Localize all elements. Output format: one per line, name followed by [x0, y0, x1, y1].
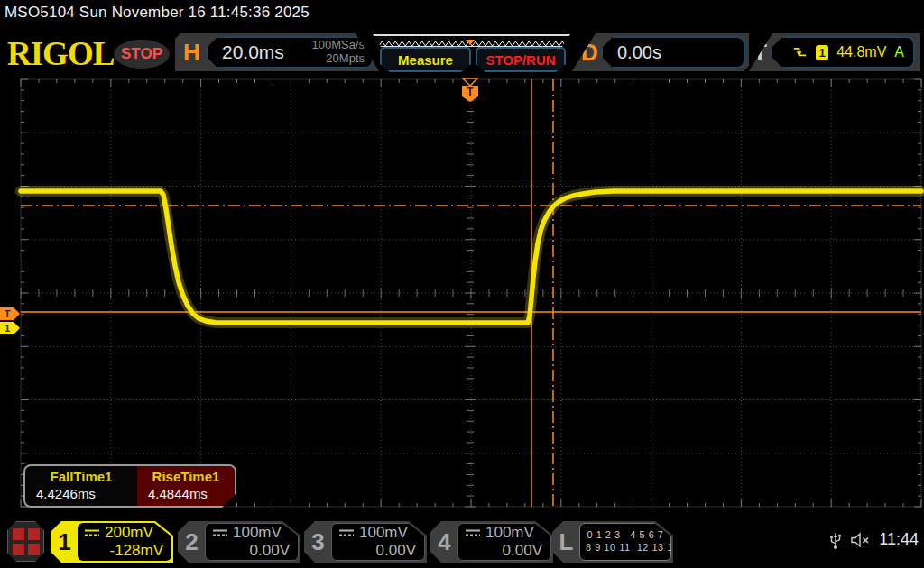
svg-text:T: T	[467, 86, 474, 98]
measurement-value: 4.4844ms	[137, 486, 235, 501]
stop-run-button[interactable]: STOP/RUN	[476, 47, 566, 72]
channel-scale: 100mV	[359, 524, 408, 542]
channel-offset: 0.00V	[465, 542, 542, 560]
measurement-risetime[interactable]: RiseTime1 4.4844ms	[137, 466, 235, 506]
logic-analyzer-label: L	[552, 521, 580, 563]
dc-coupling-icon	[84, 528, 100, 537]
measurement-falltime[interactable]: FallTime1 4.4246ms	[25, 466, 137, 506]
channel-4-badge[interactable]: 4 100mV 0.00V	[430, 521, 553, 563]
dc-coupling-icon	[465, 528, 481, 537]
channel-1-badge[interactable]: 1 200mV -128mV	[51, 521, 173, 563]
channel-scale: 100mV	[485, 524, 534, 542]
channel-number: 3	[304, 521, 332, 563]
channel-number: 2	[178, 521, 206, 563]
clock: 11:44	[879, 530, 919, 549]
oscilloscope-screen: TT1 MSO5104 Sun November 16 11:45:36 202…	[0, 0, 924, 568]
channel-3-badge[interactable]: 3 100mV 0.00V	[304, 521, 427, 563]
usb-icon	[829, 529, 842, 550]
rigol-logo: RIGOL	[7, 34, 114, 73]
model-and-datetime: MSO5104 Sun November 16 11:45:36 2025	[5, 4, 310, 22]
digital-channels-0-7: 0 1 2 3 4 5 6 7	[586, 529, 665, 542]
acquisition-state-badge: STOP	[114, 40, 170, 69]
delay-box[interactable]: 0.00s	[601, 36, 745, 69]
measure-button[interactable]: Measure	[380, 47, 471, 72]
horizontal-settings-group[interactable]: H 20.0ms 100MSa/s 20Mpts	[175, 33, 379, 71]
timebase-box[interactable]: 20.0ms 100MSa/s 20Mpts	[206, 36, 374, 69]
horizontal-label: H	[183, 39, 200, 67]
delay-value: 0.00s	[617, 42, 661, 63]
trigger-box[interactable]: 1 44.8mV A	[771, 36, 915, 69]
sample-rate: 100MSa/s	[311, 38, 365, 51]
trigger-level: 44.8mV	[836, 44, 886, 60]
memory-depth: 20Mpts	[326, 51, 365, 65]
channel-scale: 200mV	[105, 524, 153, 542]
channel-scale: 100mV	[233, 524, 282, 542]
speaker-muted-icon	[850, 532, 871, 548]
svg-text:1: 1	[5, 323, 10, 334]
trigger-settings-group[interactable]: T 1 44.8mV A	[749, 33, 920, 71]
falling-edge-icon	[792, 45, 808, 60]
timebase-value: 20.0ms	[222, 41, 284, 63]
apps-grid-icon[interactable]	[7, 521, 44, 562]
delay-settings-group[interactable]: D 0.00s	[572, 33, 749, 71]
channel-2-badge[interactable]: 2 100mV 0.00V	[178, 521, 300, 563]
channel-offset: -128mV	[84, 542, 163, 560]
measurement-value: 4.4246ms	[25, 486, 137, 501]
memory-position-indicator[interactable]	[373, 34, 570, 47]
channel-offset: 0.00V	[212, 542, 290, 560]
logic-analyzer-badge[interactable]: L 0 1 2 3 4 5 6 7 8 9 10 11 12 13 14 15	[552, 521, 673, 563]
measurement-panel[interactable]: FallTime1 4.4246ms RiseTime1 4.4844ms	[23, 464, 236, 508]
trigger-source-badge: 1	[816, 45, 828, 60]
trigger-sweep-mode: A	[894, 44, 904, 60]
measurement-name: RiseTime1	[137, 469, 235, 484]
channel-offset: 0.00V	[338, 542, 416, 560]
channel-number: 1	[51, 521, 79, 563]
channel-number: 4	[430, 521, 458, 563]
channel-status-bar: 1 200mV -128mV 2	[0, 514, 924, 568]
svg-text:T: T	[5, 308, 11, 319]
digital-channels-8-15: 8 9 10 11 12 13 14 15	[586, 542, 665, 554]
dc-coupling-icon	[338, 528, 355, 537]
measurement-name: FallTime1	[25, 469, 137, 484]
dc-coupling-icon	[212, 528, 228, 537]
